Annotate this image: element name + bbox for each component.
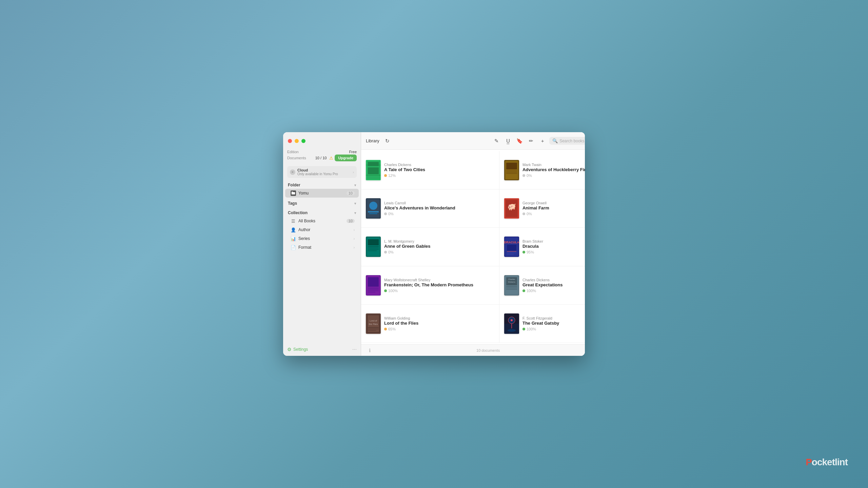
progress-indicator <box>384 174 387 177</box>
progress-text: 12% <box>388 174 396 178</box>
cloud-name: Cloud <box>297 168 353 172</box>
book-cover <box>366 198 381 219</box>
series-label: Series <box>298 236 354 241</box>
book-item[interactable]: DRACULA Bram Stoker Dracula 95% ℹ … <box>499 228 585 266</box>
book-cover <box>366 275 381 296</box>
svg-text:🐖: 🐖 <box>507 203 516 211</box>
book-more-button[interactable]: … <box>486 166 494 174</box>
book-more-button[interactable]: … <box>486 243 494 251</box>
book-item[interactable]: 🐖 George Orwell Animal Farm 0% ℹ … <box>499 189 585 228</box>
progress-indicator <box>384 328 387 330</box>
edition-value: Free <box>349 150 357 154</box>
svg-rect-37 <box>368 277 379 287</box>
book-info-button[interactable]: ℹ <box>477 204 485 212</box>
cloud-item[interactable]: ✕ Cloud Only available in Yomu Pro › <box>287 166 357 178</box>
book-item[interactable]: Mark Twain Adventures of Huckleberry Fin… <box>499 151 585 189</box>
progress-indicator <box>384 289 387 292</box>
book-info-button[interactable]: ℹ <box>477 320 485 328</box>
main-content: Library ↻ ✎ U̲ 🔖 ✏ + 🔍 <box>361 132 585 356</box>
book-item[interactable]: F. Scott Fitzgerald The Great Gatsby 100… <box>499 305 585 343</box>
warning-icon: ⚠ <box>329 156 333 161</box>
book-info-button[interactable]: ℹ <box>477 166 485 174</box>
book-author: F. Scott Fitzgerald <box>522 316 585 320</box>
book-item[interactable]: Charles Dickens A Tale of Two Cities 12%… <box>361 151 499 189</box>
svg-rect-5 <box>368 167 379 174</box>
search-input[interactable] <box>559 139 585 143</box>
svg-point-14 <box>369 202 377 210</box>
progress-text: 100% <box>527 327 536 331</box>
book-author: William Golding <box>384 316 473 320</box>
book-more-button[interactable]: … <box>486 320 494 328</box>
sidebar-item-yomu[interactable]: Yomu 10 <box>285 189 359 198</box>
statusbar: ℹ 10 documents ⊕ <box>361 344 585 356</box>
book-cover <box>366 160 381 180</box>
book-more-button[interactable]: … <box>486 204 494 212</box>
book-title: Lord of the Flies <box>384 321 473 326</box>
book-title: Anne of Green Gables <box>384 244 473 249</box>
book-author: L. M. Montgomery <box>384 239 473 243</box>
draw-button[interactable]: ✏ <box>526 136 536 146</box>
maximize-button[interactable] <box>301 139 305 143</box>
sidebar: Edition Free Documents 10 / 10 ⚠ Upgrade… <box>283 132 361 356</box>
all-books-label: All Books <box>298 219 347 223</box>
author-chevron-icon: › <box>354 228 355 232</box>
all-books-count: 10 <box>347 219 355 223</box>
book-title: The Great Gatsby <box>522 321 585 326</box>
book-item[interactable]: Lewis Carroll Alice's Adventures in Wond… <box>361 189 499 228</box>
svg-rect-31 <box>507 245 516 251</box>
svg-point-63 <box>508 329 516 332</box>
sidebar-item-all-books[interactable]: ☰ All Books 10 <box>285 217 359 225</box>
progress-indicator <box>522 251 525 253</box>
book-item[interactable]: Mary Wollstonecraft Shelley Frankenstein… <box>361 266 499 305</box>
more-options-button[interactable]: ··· <box>352 346 357 352</box>
collection-section-header[interactable]: Collection ▾ <box>283 208 361 217</box>
tags-section-header[interactable]: Tags ▾ <box>283 199 361 207</box>
book-item[interactable]: Lord of the Flies William Golding Lord o… <box>361 305 499 343</box>
library-label: Library <box>366 138 379 143</box>
folder-section-header[interactable]: Folder ▾ <box>283 181 361 189</box>
settings-icon: ⚙ <box>287 347 292 352</box>
sidebar-item-author[interactable]: 👤 Author › <box>285 225 359 234</box>
svg-rect-15 <box>368 211 379 212</box>
book-author: George Orwell <box>522 201 585 205</box>
book-info-button[interactable]: ℹ <box>477 281 485 289</box>
progress-indicator <box>384 251 387 253</box>
book-cover: DRACULA <box>504 237 519 257</box>
tags-section-label: Tags <box>288 201 297 206</box>
book-more-button[interactable]: … <box>486 281 494 289</box>
book-item[interactable]: Charles Dickens Charles Dickens Great Ex… <box>499 266 585 305</box>
add-button[interactable]: + <box>538 136 547 146</box>
settings-label: Settings <box>293 347 308 352</box>
book-title: Adventures of Huckleberry Finn <box>522 167 585 172</box>
book-author: Charles Dickens <box>384 163 473 167</box>
book-title: A Tale of Two Cities <box>384 167 473 172</box>
documents-label: Documents <box>287 156 306 160</box>
edit-button[interactable]: ✎ <box>492 136 501 146</box>
format-chevron-icon: › <box>354 246 355 249</box>
underline-button[interactable]: U̲ <box>503 136 513 146</box>
book-cover <box>504 160 519 180</box>
status-info-button[interactable]: ℹ <box>366 347 373 354</box>
collection-section-label: Collection <box>288 210 308 215</box>
collection-chevron-icon: ▾ <box>354 211 356 215</box>
book-title: Alice's Adventures in Wonderland <box>384 205 473 210</box>
progress-indicator <box>522 212 525 215</box>
folder-icon <box>291 190 296 196</box>
book-info-button[interactable]: ℹ <box>477 243 485 251</box>
cloud-icon: ✕ <box>290 169 295 175</box>
svg-rect-4 <box>368 162 379 166</box>
settings-button[interactable]: ⚙ Settings <box>287 347 308 352</box>
sidebar-item-format[interactable]: 📄 Format › <box>285 243 359 252</box>
bookmark-button[interactable]: 🔖 <box>515 136 524 146</box>
book-item[interactable]: L. M. Montgomery Anne of Green Gables 0%… <box>361 228 499 266</box>
minimize-button[interactable] <box>295 139 299 143</box>
svg-text:Dickens: Dickens <box>508 281 515 283</box>
refresh-button[interactable]: ↻ <box>383 136 392 146</box>
sidebar-item-series[interactable]: 📊 Series › <box>285 234 359 243</box>
svg-rect-8 <box>506 163 517 169</box>
progress-text: 0% <box>527 174 532 178</box>
close-button[interactable] <box>288 139 292 143</box>
upgrade-button[interactable]: Upgrade <box>335 155 357 161</box>
document-count: 10 documents <box>476 348 500 352</box>
progress-text: 100% <box>527 289 536 293</box>
